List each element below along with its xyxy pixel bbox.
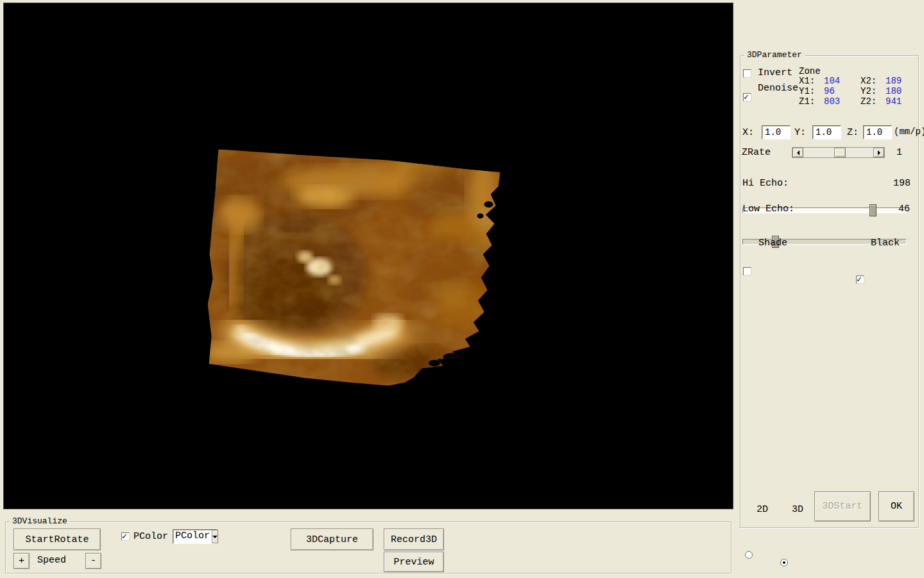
render-viewport[interactable] [3, 3, 733, 509]
zone-x1-value: 104 [824, 76, 840, 86]
start-rotate-button[interactable]: StartRotate [13, 529, 101, 550]
record3d-button[interactable]: Record3D [384, 529, 444, 550]
invert-checkbox[interactable] [743, 69, 751, 78]
low-echo-label: Low Echo: [742, 204, 794, 215]
ultrasound-volume-render [4, 3, 733, 509]
pcolor-select-value: PColor [173, 530, 212, 543]
mode-2d-label: 2D [757, 505, 768, 515]
zone-x2-value: 189 [886, 76, 902, 86]
3dcapture-button[interactable]: 3DCapture [291, 529, 373, 550]
visualize-group-title: 3DVisualize [10, 516, 70, 527]
pcolor-checkbox[interactable] [121, 532, 130, 541]
low-echo-value: 46 [898, 204, 910, 215]
zrate-right-arrow-icon[interactable] [873, 148, 884, 157]
scale-z-input[interactable] [863, 125, 892, 139]
shade-checkbox[interactable] [743, 267, 751, 276]
visualize-groupbox: 3DVisualize StartRotate PColor PColor 3D… [5, 521, 732, 574]
speed-minus-button[interactable]: - [85, 553, 101, 569]
zrate-value: 1 [896, 148, 902, 158]
preview-button[interactable]: Preview [384, 552, 444, 572]
ok-button[interactable]: OK [878, 491, 914, 521]
mode-3d-label: 3D [792, 505, 803, 515]
parameter-groupbox: 3DParameter Invert Denoise Zone X1: 104 … [740, 55, 919, 528]
zrate-label: ZRate [742, 148, 771, 158]
pcolor-label: PColor [133, 532, 168, 542]
scale-z-label: Z: [847, 128, 859, 138]
mode-2d-radio[interactable] [745, 551, 753, 559]
invert-label: Invert [758, 68, 792, 78]
chevron-down-icon[interactable] [212, 530, 218, 543]
zone-y1-value: 96 [824, 86, 835, 96]
hi-echo-thumb[interactable] [869, 204, 877, 216]
zone-y2-value: 180 [886, 86, 902, 96]
3dstart-button[interactable]: 3DStart [814, 491, 871, 521]
speed-plus-button[interactable]: + [13, 553, 30, 569]
scale-x-label: X: [742, 128, 754, 138]
parameter-panel: 3DParameter Invert Denoise Zone X1: 104 … [735, 0, 924, 578]
scale-x-input[interactable] [762, 125, 791, 139]
zrate-scrollbar[interactable] [792, 147, 885, 158]
zrate-track[interactable] [803, 148, 873, 157]
zone-z2-label: Z2: [860, 96, 877, 107]
zone-z2-value: 941 [886, 96, 902, 107]
scale-y-label: Y: [794, 128, 806, 138]
scale-unit-label: (mm/p) [894, 127, 924, 137]
black-checkbox[interactable] [856, 276, 864, 284]
shade-label: Shade [758, 238, 787, 249]
denoise-checkbox[interactable] [743, 93, 751, 101]
scale-y-input[interactable] [812, 125, 841, 139]
zrate-thumb[interactable] [834, 148, 846, 157]
zone-y1-label: Y1: [799, 86, 815, 96]
zone-y2-label: Y2: [860, 86, 877, 96]
parameter-group-title: 3DParameter [744, 50, 805, 60]
zone-x1-label: X1: [799, 76, 815, 86]
zone-z1-value: 803 [824, 96, 840, 107]
zone-label: Zone [799, 66, 821, 76]
black-label: Black [871, 238, 900, 249]
hi-echo-value: 198 [893, 179, 911, 189]
zone-x2-label: X2: [860, 76, 877, 86]
zone-z1-label: Z1: [799, 96, 815, 107]
mode-3d-radio[interactable] [780, 559, 788, 566]
speed-label: Speed [37, 556, 66, 566]
pcolor-select[interactable]: PColor [173, 529, 218, 544]
zrate-left-arrow-icon[interactable] [792, 148, 803, 157]
app-window: { "colors": { "window_bg": "#ece9d8", "v… [0, 0, 924, 578]
denoise-label: Denoise [758, 83, 798, 94]
hi-echo-label: Hi Echo: [742, 179, 789, 189]
